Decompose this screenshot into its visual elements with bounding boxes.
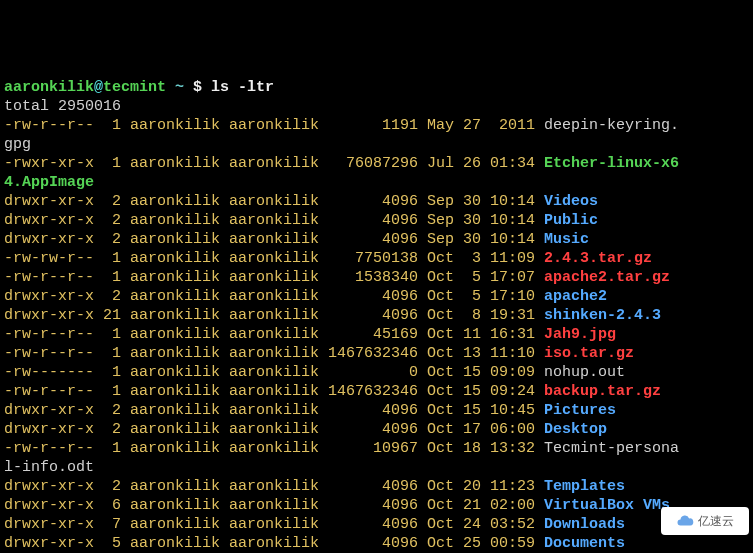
ls-row: drwxr-xr-x 2 aaronkilik aaronkilik 4096 … <box>4 211 749 230</box>
ls-meta: -rw-r--r-- 1 aaronkilik aaronkilik 14676… <box>4 383 544 400</box>
ls-filename: Jah9.jpg <box>544 326 616 343</box>
ls-filename: Tecmint-persona <box>544 440 679 457</box>
ls-filename: VirtualBox VMs <box>544 497 670 514</box>
ls-row: -rw-rw-r-- 1 aaronkilik aaronkilik 77501… <box>4 249 749 268</box>
ls-filename: apache2 <box>544 288 607 305</box>
ls-row: drwxr-xr-x 2 aaronkilik aaronkilik 4096 … <box>4 401 749 420</box>
ls-row: drwxr-xr-x 2 aaronkilik aaronkilik 4096 … <box>4 192 749 211</box>
ls-meta: drwxr-xr-x 2 aaronkilik aaronkilik 4096 … <box>4 193 544 210</box>
ls-filename: Downloads <box>544 516 625 533</box>
ls-row: drwxr-xr-x 2 aaronkilik aaronkilik 4096 … <box>4 230 749 249</box>
ls-row: drwxr-xr-x 2 aaronkilik aaronkilik 4096 … <box>4 287 749 306</box>
ls-row-wrap: gpg <box>4 135 749 154</box>
ls-filename: Documents <box>544 535 625 552</box>
ls-meta: drwxr-xr-x 5 aaronkilik aaronkilik 4096 … <box>4 535 544 552</box>
watermark-text: 亿速云 <box>698 512 734 531</box>
ls-row: drwxr-xr-x 7 aaronkilik aaronkilik 4096 … <box>4 515 749 534</box>
prompt-path: ~ <box>166 79 193 96</box>
ls-row: -rw-r--r-- 1 aaronkilik aaronkilik 14676… <box>4 344 749 363</box>
ls-meta: drwxr-xr-x 2 aaronkilik aaronkilik 4096 … <box>4 231 544 248</box>
ls-meta: drwxr-xr-x 7 aaronkilik aaronkilik 4096 … <box>4 516 544 533</box>
ls-filename-wrap: gpg <box>4 136 31 153</box>
ls-filename: iso.tar.gz <box>544 345 634 362</box>
watermark-badge: 亿速云 <box>661 507 749 535</box>
ls-row: -rwxr-xr-x 1 aaronkilik aaronkilik 76087… <box>4 154 749 173</box>
ls-row-wrap: 4.AppImage <box>4 173 749 192</box>
ls-row: -rw-r--r-- 1 aaronkilik aaronkilik 45169… <box>4 325 749 344</box>
ls-meta: drwxr-xr-x 6 aaronkilik aaronkilik 4096 … <box>4 497 544 514</box>
ls-filename: nohup.out <box>544 364 625 381</box>
ls-filename-wrap: l-info.odt <box>4 459 94 476</box>
ls-row: drwxr-xr-x 21 aaronkilik aaronkilik 4096… <box>4 306 749 325</box>
total-line: total 2950016 <box>4 97 749 116</box>
ls-row: -rw-r--r-- 1 aaronkilik aaronkilik 15383… <box>4 268 749 287</box>
ls-meta: drwxr-xr-x 2 aaronkilik aaronkilik 4096 … <box>4 212 544 229</box>
ls-row: -rw-r--r-- 1 aaronkilik aaronkilik 1191 … <box>4 116 749 135</box>
terminal-output[interactable]: aaronkilik@tecmint ~ $ ls -ltrtotal 2950… <box>4 78 749 553</box>
ls-row: drwxr-xr-x 2 aaronkilik aaronkilik 4096 … <box>4 477 749 496</box>
ls-meta: -rw-r--r-- 1 aaronkilik aaronkilik 10967… <box>4 440 544 457</box>
ls-filename: Templates <box>544 478 625 495</box>
ls-filename: deepin-keyring. <box>544 117 679 134</box>
ls-filename: 2.4.3.tar.gz <box>544 250 652 267</box>
ls-row: -rw------- 1 aaronkilik aaronkilik 0 Oct… <box>4 363 749 382</box>
ls-meta: drwxr-xr-x 2 aaronkilik aaronkilik 4096 … <box>4 402 544 419</box>
ls-meta: drwxr-xr-x 2 aaronkilik aaronkilik 4096 … <box>4 478 544 495</box>
ls-filename: Public <box>544 212 598 229</box>
ls-filename: Music <box>544 231 589 248</box>
command-text: ls -ltr <box>211 79 274 96</box>
ls-meta: drwxr-xr-x 2 aaronkilik aaronkilik 4096 … <box>4 421 544 438</box>
ls-filename: backup.tar.gz <box>544 383 661 400</box>
prompt-dollar: $ <box>193 79 211 96</box>
cloud-icon <box>676 512 694 530</box>
ls-filename: apache2.tar.gz <box>544 269 670 286</box>
ls-meta: -rw------- 1 aaronkilik aaronkilik 0 Oct… <box>4 364 544 381</box>
ls-meta: -rw-r--r-- 1 aaronkilik aaronkilik 14676… <box>4 345 544 362</box>
ls-row: drwxr-xr-x 5 aaronkilik aaronkilik 4096 … <box>4 534 749 553</box>
ls-meta: -rw-rw-r-- 1 aaronkilik aaronkilik 77501… <box>4 250 544 267</box>
ls-meta: drwxr-xr-x 2 aaronkilik aaronkilik 4096 … <box>4 288 544 305</box>
total-text: total 2950016 <box>4 98 121 115</box>
prompt-at: @ <box>94 79 103 96</box>
ls-filename: Etcher-linux-x6 <box>544 155 679 172</box>
ls-row: drwxr-xr-x 6 aaronkilik aaronkilik 4096 … <box>4 496 749 515</box>
prompt-host: tecmint <box>103 79 166 96</box>
ls-meta: drwxr-xr-x 21 aaronkilik aaronkilik 4096… <box>4 307 544 324</box>
ls-row-wrap: l-info.odt <box>4 458 749 477</box>
ls-meta: -rw-r--r-- 1 aaronkilik aaronkilik 45169… <box>4 326 544 343</box>
ls-filename-wrap: 4.AppImage <box>4 174 94 191</box>
prompt-line[interactable]: aaronkilik@tecmint ~ $ ls -ltr <box>4 78 749 97</box>
ls-row: -rw-r--r-- 1 aaronkilik aaronkilik 10967… <box>4 439 749 458</box>
ls-meta: -rwxr-xr-x 1 aaronkilik aaronkilik 76087… <box>4 155 544 172</box>
ls-row: drwxr-xr-x 2 aaronkilik aaronkilik 4096 … <box>4 420 749 439</box>
ls-meta: -rw-r--r-- 1 aaronkilik aaronkilik 15383… <box>4 269 544 286</box>
ls-filename: Desktop <box>544 421 607 438</box>
ls-filename: shinken-2.4.3 <box>544 307 661 324</box>
ls-filename: Pictures <box>544 402 616 419</box>
prompt-user: aaronkilik <box>4 79 94 96</box>
ls-row: -rw-r--r-- 1 aaronkilik aaronkilik 14676… <box>4 382 749 401</box>
ls-meta: -rw-r--r-- 1 aaronkilik aaronkilik 1191 … <box>4 117 544 134</box>
ls-filename: Videos <box>544 193 598 210</box>
